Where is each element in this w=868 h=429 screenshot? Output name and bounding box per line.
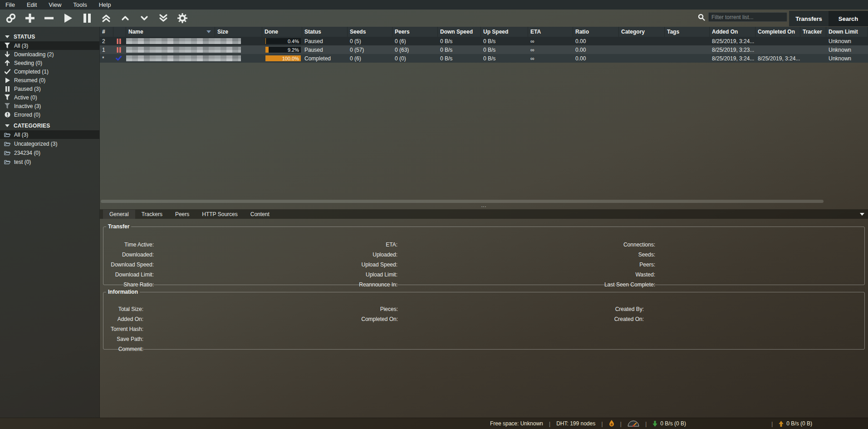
table-header-row: # Name Size Done Status Seeds Peers Down… [100, 27, 868, 37]
label-save-path: Save Path: [103, 336, 143, 342]
col-header-eta[interactable]: ETA [528, 27, 573, 37]
folder-icon [4, 150, 10, 156]
menu-help[interactable]: Help [99, 1, 111, 8]
collapse-pane-chevron-icon[interactable] [860, 213, 864, 216]
search-icon [698, 14, 705, 21]
censored-name-block [126, 38, 241, 44]
tab-http-sources[interactable]: HTTP Sources [196, 210, 244, 219]
col-header-tracker[interactable]: Tracker [800, 27, 826, 37]
sidebar-item-seeding[interactable]: Seeding (0) [0, 59, 99, 67]
filter-torrent-input[interactable] [708, 12, 787, 22]
check-icon [4, 69, 10, 75]
col-header-status[interactable]: Status [302, 27, 348, 37]
sidebar-category-all[interactable]: All (3) [0, 130, 99, 139]
upload-arrow-icon [779, 421, 784, 427]
move-down-icon[interactable] [138, 12, 151, 25]
tab-search[interactable]: Search [829, 11, 868, 26]
col-header-added-on[interactable]: Added On [710, 27, 755, 37]
global-download-speed: 0 B/s (0 B) [652, 420, 686, 427]
add-torrent-file-icon[interactable] [24, 12, 36, 25]
sidebar-item-completed[interactable]: Completed (1) [0, 67, 99, 76]
view-tabs: Transfers Search [789, 11, 868, 26]
status-bar: Free space: Unknown | DHT: 199 nodes | |… [0, 418, 868, 429]
tab-peers[interactable]: Peers [169, 210, 196, 219]
sidebar-item-errored[interactable]: Errored (0) [0, 110, 99, 119]
dht-nodes: DHT: 199 nodes [556, 420, 595, 427]
menu-edit[interactable]: Edit [27, 1, 37, 8]
sidebar-category-uncategorized[interactable]: Uncategorized (3) [0, 139, 99, 148]
pane-splitter[interactable]: ... [100, 203, 868, 208]
funnel-icon [4, 43, 10, 49]
col-header-peers[interactable]: Peers [392, 27, 438, 37]
menu-view[interactable]: View [49, 1, 61, 8]
tab-transfers[interactable]: Transfers [789, 11, 829, 26]
arrow-up-icon [4, 60, 10, 66]
sidebar-category-test[interactable]: test (0) [0, 158, 99, 166]
col-header-number[interactable]: # [100, 27, 113, 37]
resume-icon[interactable] [62, 12, 74, 25]
table-row[interactable]: 2 0.4% Paused 0 (5) 0 (6) 0 B/s 0 B/s ∞ … [100, 37, 868, 45]
label-eta: ETA: [307, 242, 397, 248]
table-row[interactable]: 1 9.2% Paused 0 (57) 0 (63) 0 B/s 0 B/s … [100, 45, 868, 54]
label-peers: Peers: [564, 261, 655, 268]
col-header-size[interactable]: Size [215, 27, 262, 37]
progress-bar: 9.2% [265, 47, 301, 53]
pause-icon[interactable] [81, 12, 93, 25]
col-header-completed-on[interactable]: Completed On [755, 27, 800, 37]
col-header-ratio[interactable]: Ratio [573, 27, 619, 37]
move-bottom-icon[interactable] [157, 12, 170, 25]
alt-speed-gauge-icon[interactable] [628, 420, 639, 427]
col-header-up-speed[interactable]: Up Speed [481, 27, 528, 37]
label-uploaded: Uploaded: [307, 251, 397, 258]
col-header-tags[interactable]: Tags [665, 27, 710, 37]
tab-content[interactable]: Content [244, 210, 276, 219]
label-seeds: Seeds: [564, 251, 655, 258]
chevron-down-icon [5, 35, 10, 38]
categories-section-header[interactable]: CATEGORIES [0, 121, 99, 130]
col-header-down-speed[interactable]: Down Speed [438, 27, 481, 37]
folder-icon [4, 132, 10, 138]
move-up-icon[interactable] [119, 12, 132, 25]
add-torrent-link-icon[interactable] [5, 12, 17, 25]
label-total-size: Total Size: [103, 306, 143, 312]
col-header-done[interactable]: Done [262, 27, 302, 37]
horizontal-scrollbar[interactable] [101, 200, 824, 203]
status-section-header[interactable]: STATUS [0, 32, 99, 41]
sidebar-item-all[interactable]: All (3) [0, 41, 99, 50]
toolbar [0, 10, 189, 27]
move-top-icon[interactable] [100, 12, 113, 25]
menu-file[interactable]: File [5, 1, 15, 8]
sidebar: STATUS All (3) Downloading (2) Seeding (… [0, 27, 100, 418]
qbittorrent-webui: File Edit View Tools Help [0, 0, 868, 429]
torrent-table: # Name Size Done Status Seeds Peers Down… [100, 27, 868, 63]
paused-state-icon [116, 38, 122, 44]
col-header-name[interactable]: Name [126, 27, 215, 37]
sidebar-item-paused[interactable]: Paused (3) [0, 84, 99, 93]
tab-trackers[interactable]: Trackers [135, 210, 169, 219]
play-icon [4, 77, 10, 84]
col-header-seeds[interactable]: Seeds [348, 27, 392, 37]
label-share-ratio: Share Ratio: [103, 281, 154, 288]
options-gear-icon[interactable] [176, 12, 189, 25]
delete-icon[interactable] [43, 12, 55, 25]
categories-header-label: CATEGORIES [14, 123, 50, 129]
sidebar-item-resumed[interactable]: Resumed (0) [0, 76, 99, 84]
col-header-down-limit[interactable]: Down Limit [826, 27, 868, 37]
arrow-down-icon [4, 51, 10, 58]
label-created-on: Created On: [553, 316, 644, 322]
tab-general[interactable]: General [103, 210, 135, 219]
label-comment: Comment: [103, 346, 143, 352]
col-header-stateicon[interactable] [113, 27, 126, 37]
label-upload-limit: Upload Limit: [307, 271, 397, 278]
col-header-category[interactable]: Category [619, 27, 665, 37]
sidebar-category-234234[interactable]: 234234 (0) [0, 148, 99, 157]
connection-status-flame-icon[interactable] [609, 420, 614, 427]
menu-tools[interactable]: Tools [73, 1, 87, 8]
sidebar-item-downloading[interactable]: Downloading (2) [0, 50, 99, 59]
table-row[interactable]: * 100.0% Completed 0 (6) 0 (0) 0 B/s 0 B… [100, 54, 868, 63]
label-added-on: Added On: [103, 316, 143, 322]
sidebar-item-active[interactable]: Active (0) [0, 93, 99, 102]
sort-descending-icon [206, 30, 211, 33]
label-time-active: Time Active: [103, 242, 154, 248]
sidebar-item-inactive[interactable]: Inactive (3) [0, 102, 99, 110]
